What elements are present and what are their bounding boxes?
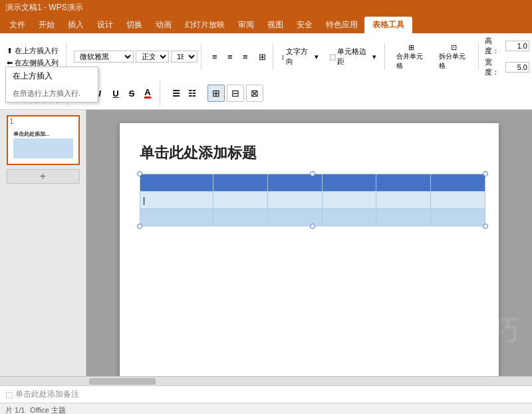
- table-cell[interactable]: [431, 209, 485, 226]
- notes-icon: ⬚: [5, 390, 13, 399]
- align-group: ≡ ≡ ≡: [207, 49, 253, 64]
- handle-br[interactable]: [483, 224, 488, 229]
- ctx-insert-above-desc[interactable]: 在所选行上方插入行.: [6, 85, 98, 102]
- main-area: 1 单击此处添加... + 软件技巧 单击此处添加标题: [0, 110, 532, 376]
- tab-special[interactable]: 特色应用: [319, 17, 364, 33]
- table-border-btn1[interactable]: ⊞: [207, 85, 225, 102]
- table-cell[interactable]: [431, 192, 485, 209]
- cell-margin-dropdown-icon: ▾: [372, 53, 376, 61]
- handle-tr[interactable]: [483, 171, 488, 176]
- slide-thumbnail-1[interactable]: 1 单击此处添加...: [7, 115, 80, 165]
- strikethrough-button[interactable]: S: [124, 86, 139, 101]
- table-cell[interactable]: [431, 174, 485, 192]
- tab-insert[interactable]: 插入: [61, 17, 90, 33]
- table-border-btn3[interactable]: ⊠: [246, 85, 263, 102]
- merge-group: ⊞ 合并单元格 ⊡ 拆分单元格: [391, 42, 475, 72]
- underline-button[interactable]: U: [108, 86, 123, 101]
- font-color-icon: A: [144, 88, 150, 99]
- title-bar: 演示文稿1 - WPS演示: [0, 0, 532, 15]
- slide-panel: 1 单击此处添加... +: [0, 110, 86, 376]
- handle-tm[interactable]: [310, 171, 315, 176]
- table-cell[interactable]: [213, 192, 268, 209]
- align-left-button[interactable]: ≡: [207, 49, 222, 64]
- notes-area[interactable]: ⬚ 单击此处添加备注: [0, 385, 532, 403]
- table-cell[interactable]: [213, 209, 268, 226]
- notes-placeholder[interactable]: 单击此处添加备注: [15, 389, 79, 400]
- font-size-select[interactable]: 18: [171, 51, 198, 63]
- table-cell[interactable]: [267, 192, 322, 209]
- theme-info: Office 主题: [30, 405, 66, 414]
- merge-cells-button[interactable]: ⊞ 合并单元格: [391, 42, 432, 72]
- scroll-area[interactable]: [0, 376, 532, 385]
- slide-number: 1: [10, 118, 14, 125]
- table-border-btn2[interactable]: ⊟: [227, 85, 244, 102]
- title-text: 演示文稿1 - WPS演示: [5, 2, 83, 13]
- table-cell[interactable]: [376, 174, 431, 192]
- context-menu: 在上方插入 在所选行上方插入行.: [5, 67, 98, 103]
- table-cell[interactable]: [322, 192, 376, 209]
- width-input[interactable]: [505, 62, 529, 73]
- tab-switch[interactable]: 切换: [120, 17, 149, 33]
- handle-tl[interactable]: [137, 171, 142, 176]
- slide-title[interactable]: 单击此处添加标题: [140, 143, 479, 163]
- tab-slideshow[interactable]: 幻灯片放映: [178, 17, 231, 33]
- tab-review[interactable]: 审阅: [231, 17, 261, 33]
- add-slide-button[interactable]: +: [7, 169, 80, 184]
- merge-icon: ⊞: [408, 43, 414, 52]
- tab-design[interactable]: 设计: [90, 17, 120, 33]
- font-name-select[interactable]: 微软雅黑: [74, 51, 134, 63]
- slide-table[interactable]: |: [140, 174, 485, 226]
- table-cell[interactable]: [140, 174, 213, 192]
- status-bar: 片 1/1 Office 主题: [0, 403, 532, 414]
- tab-file[interactable]: 文件: [3, 17, 32, 33]
- table-row: |: [140, 192, 485, 209]
- font-style-select[interactable]: 正文: [136, 51, 169, 63]
- slide[interactable]: 单击此处添加标题: [120, 123, 499, 376]
- ctx-insert-above[interactable]: 在上方插入: [6, 67, 98, 85]
- divider2: [201, 43, 201, 70]
- table-cell[interactable]: [267, 174, 322, 192]
- table-row: [140, 174, 485, 192]
- slide-info: 片 1/1: [5, 405, 25, 414]
- table-cell[interactable]: [376, 209, 431, 226]
- tab-view[interactable]: 视图: [261, 17, 290, 33]
- cell-margin-icon: ⬚: [329, 53, 336, 61]
- divider3: [273, 43, 273, 70]
- table-struct-group: ⊞ ⊟ ⊠: [207, 85, 263, 102]
- tab-security[interactable]: 安全: [290, 17, 319, 33]
- table-cell[interactable]: [213, 174, 268, 192]
- list-bullet-button[interactable]: ☰: [169, 86, 184, 101]
- tab-start[interactable]: 开始: [32, 17, 61, 33]
- cell-margin-button[interactable]: ⬚ 单元格边距 ▾: [325, 45, 381, 69]
- text-direction-button[interactable]: ↕ 文字方向 ▾: [277, 45, 323, 69]
- table-cell[interactable]: [322, 209, 376, 226]
- table-cell[interactable]: [322, 174, 376, 192]
- divider4: [384, 43, 385, 70]
- tab-table-tools[interactable]: 表格工具: [364, 17, 412, 33]
- handle-bl[interactable]: [137, 224, 142, 229]
- font-group: 微软雅黑 正文 18: [74, 51, 198, 63]
- font-color-button[interactable]: A: [140, 86, 155, 101]
- insert-above-button[interactable]: ⬆ 在上方插入行: [3, 45, 63, 57]
- ribbon-tabs: 文件 开始 插入 设计 切换 动画 幻灯片放映 审阅 视图 安全 特色应用 表格…: [0, 15, 532, 33]
- insert-row-group: ⬆ 在上方插入行 ⬅ 在左侧插入列: [3, 45, 63, 69]
- height-input[interactable]: [505, 41, 529, 51]
- divider1: [66, 43, 66, 70]
- tab-animation[interactable]: 动画: [149, 17, 178, 33]
- text-dir-icon: ↕: [281, 53, 285, 61]
- split-cells-button[interactable]: ⊡ 拆分单元格: [434, 42, 475, 72]
- horizontal-scrollbar[interactable]: [89, 378, 156, 385]
- text-dir-dropdown-icon: ▾: [315, 53, 319, 61]
- table-cell[interactable]: [376, 192, 431, 209]
- table-cell[interactable]: |: [140, 192, 213, 209]
- table-cell[interactable]: [140, 209, 213, 226]
- list-group: ☰ ☷: [169, 86, 200, 101]
- align-center-button[interactable]: ≡: [223, 49, 237, 64]
- divider5: [478, 43, 479, 70]
- list-number-button[interactable]: ☷: [185, 86, 200, 101]
- align-right-button[interactable]: ≡: [238, 49, 253, 64]
- handle-bm[interactable]: [310, 224, 315, 229]
- edit-area: 软件技巧 单击此处添加标题: [86, 110, 532, 376]
- vert-align-button[interactable]: ⊞: [255, 49, 269, 64]
- size-group: 高度： 宽度：: [485, 36, 529, 77]
